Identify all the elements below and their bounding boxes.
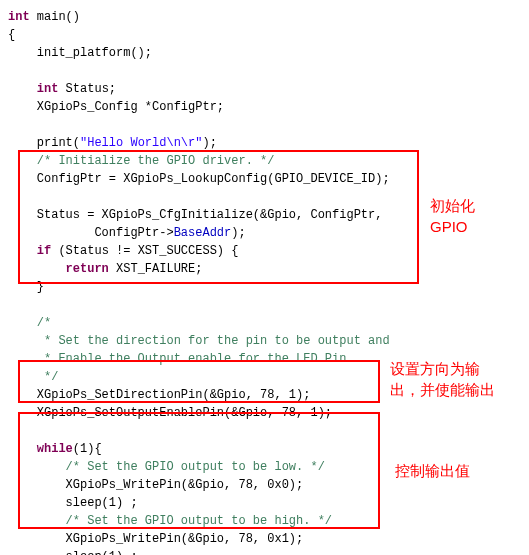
kw-int: int <box>37 82 59 96</box>
annotation-init: 初始化 GPIO <box>430 195 475 237</box>
annotation-loop-text: 控制输出值 <box>395 462 470 479</box>
call-cfginit: Status = XGpioPs_CfgInitialize(&Gpio, Co… <box>8 208 382 222</box>
decl-status: Status; <box>58 82 116 96</box>
annotation-init-l1: 初始化 <box>430 197 475 214</box>
comment-init: /* Initialize the GPIO driver. */ <box>8 154 274 168</box>
comment-high: /* Set the GPIO output to be high. */ <box>8 514 332 528</box>
call-write-low: XGpioPs_WritePin(&Gpio, 78, 0x0); <box>8 478 303 492</box>
while-cond: (1){ <box>73 442 102 456</box>
comment-dir-4: */ <box>8 370 58 384</box>
call-write-high: XGpioPs_WritePin(&Gpio, 78, 0x1); <box>8 532 303 546</box>
fn-main: main() <box>30 10 80 24</box>
comment-low: /* Set the GPIO output to be low. */ <box>8 460 325 474</box>
call-sleep-2: sleep(1) ; <box>8 550 138 555</box>
call-cfginit-c: ); <box>231 226 245 240</box>
comment-dir-1: /* <box>8 316 51 330</box>
field-baseaddr: BaseAddr <box>174 226 232 240</box>
annotation-init-l2: GPIO <box>430 218 468 235</box>
annotation-loop: 控制输出值 <box>395 460 470 481</box>
call-init-platform: init_platform(); <box>8 46 152 60</box>
kw-int: int <box>8 10 30 24</box>
brace-close: } <box>8 280 44 294</box>
call-lookupconfig: ConfigPtr = XGpioPs_LookupConfig(GPIO_DE… <box>8 172 390 186</box>
kw-if: if <box>37 244 51 258</box>
call-sleep-1: sleep(1) ; <box>8 496 138 510</box>
comment-dir-2: * Set the direction for the pin to be ou… <box>8 334 390 348</box>
return-fail: XST_FAILURE; <box>109 262 203 276</box>
decl-configptr: XGpioPs_Config *ConfigPtr; <box>8 100 224 114</box>
call-setoutput: XGpioPs_SetOutputEnablePin(&Gpio, 78, 1)… <box>8 406 332 420</box>
indent <box>8 244 37 258</box>
call-print-c: ); <box>202 136 216 150</box>
if-cond: (Status != XST_SUCCESS) { <box>51 244 238 258</box>
indent <box>8 262 66 276</box>
kw-while: while <box>37 442 73 456</box>
call-cfginit-a: ConfigPtr-> <box>8 226 174 240</box>
call-setdir: XGpioPs_SetDirectionPin(&Gpio, 78, 1); <box>8 388 310 402</box>
comment-dir-3: * Enable the Output enable for the LED P… <box>8 352 354 366</box>
annotation-direction-l2: 出，并使能输出 <box>390 381 495 398</box>
call-print-a: print( <box>8 136 80 150</box>
str-hello: "Hello World\n\r" <box>80 136 202 150</box>
kw-return: return <box>66 262 109 276</box>
annotation-direction-l1: 设置方向为输 <box>390 360 480 377</box>
brace-open: { <box>8 28 15 42</box>
indent <box>8 82 37 96</box>
indent <box>8 442 37 456</box>
annotation-direction: 设置方向为输 出，并使能输出 <box>390 358 495 400</box>
